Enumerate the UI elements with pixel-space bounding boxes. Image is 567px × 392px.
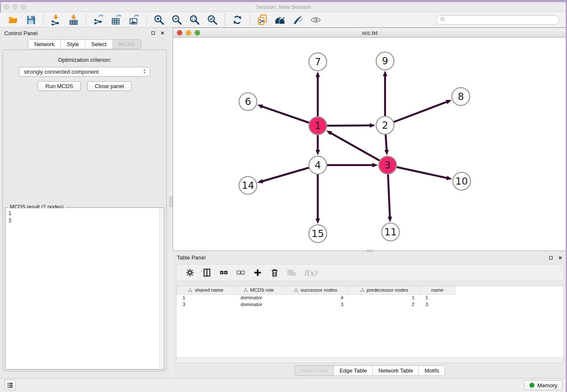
mcds-result-line: 1: [8, 210, 157, 217]
mcds-panel: Optimization criterion: strongly connect…: [3, 50, 167, 371]
cell[interactable]: dominator: [235, 294, 283, 301]
network-window-zoom-button[interactable]: [195, 30, 200, 36]
status-bar: Memory: [0, 378, 567, 392]
arrowhead: [446, 176, 452, 180]
export-image-icon[interactable]: [128, 14, 140, 26]
node-label-9: 9: [382, 55, 388, 66]
node-label-10: 10: [455, 176, 468, 187]
cell[interactable]: 1: [420, 294, 455, 301]
table-row[interactable]: 3dominator323: [177, 301, 564, 308]
memory-status-dot: [529, 383, 534, 388]
table-settings-icon[interactable]: [184, 266, 196, 279]
memory-button[interactable]: Memory: [524, 380, 562, 390]
cell[interactable]: 1: [349, 294, 420, 301]
zoom-in-icon[interactable]: [153, 14, 165, 26]
close-panel-button[interactable]: Close panel: [87, 81, 132, 91]
select-all-icon[interactable]: [217, 266, 230, 279]
table-panel: Table Panel f(x) shared nameMCDS rolesuc…: [173, 252, 567, 378]
close-table-panel-icon[interactable]: [557, 255, 563, 260]
network-window-titlebar[interactable]: scc.txt: [173, 28, 567, 38]
column-visibility-icon[interactable]: [201, 266, 213, 279]
float-panel-icon[interactable]: [150, 30, 156, 36]
toolbar-separator: [225, 14, 225, 26]
network-window-minimize-button[interactable]: [186, 30, 191, 36]
mcds-result-values[interactable]: 13: [6, 208, 159, 369]
column-header-successor-nodes[interactable]: successor nodes: [283, 286, 349, 294]
edge-3-1[interactable]: [330, 133, 388, 165]
cell[interactable]: 3: [283, 301, 349, 308]
search-input[interactable]: [448, 17, 556, 23]
tab-network[interactable]: Network: [28, 40, 61, 49]
column-header-shared-name[interactable]: shared name: [177, 286, 235, 294]
node-label-8: 8: [458, 91, 464, 102]
table-row[interactable]: 1dominator411: [177, 294, 564, 301]
deselect-all-icon[interactable]: [234, 266, 247, 279]
tab-network-table[interactable]: Network Table: [373, 366, 419, 375]
float-table-panel-icon[interactable]: [548, 255, 553, 260]
edge-2-8[interactable]: [385, 102, 447, 125]
network-window-close-button[interactable]: [177, 30, 182, 36]
network-canvas[interactable]: 7968124314101511: [173, 38, 566, 251]
toolbar-separator: [43, 14, 44, 26]
close-panel-icon[interactable]: [160, 30, 165, 36]
optimization-criterion-label: Optimization criterion:: [3, 57, 166, 63]
cell[interactable]: 2: [349, 301, 420, 308]
app-traffic-lights: [4, 4, 26, 10]
cell[interactable]: 3: [177, 301, 235, 308]
toolbar-separator: [146, 14, 147, 26]
optimization-criterion-select[interactable]: strongly connected component: [19, 67, 150, 77]
tab-node-table[interactable]: Node Table: [295, 366, 334, 375]
cell[interactable]: 1: [177, 294, 235, 301]
node-label-11: 11: [384, 226, 396, 237]
export-network-icon[interactable]: [92, 14, 105, 26]
app-zoom-button[interactable]: [21, 4, 26, 10]
column-header-MCDS-role[interactable]: MCDS role: [235, 286, 283, 294]
copy-network-icon[interactable]: [256, 14, 269, 26]
first-neighbors-icon[interactable]: [274, 14, 286, 26]
run-mcds-button[interactable]: Run MCDS: [38, 81, 81, 91]
column-header-predecessor-nodes[interactable]: predecessor nodes: [349, 286, 420, 294]
resize-grip[interactable]: [367, 250, 373, 252]
zoom-selected-icon[interactable]: [206, 14, 219, 26]
import-network-icon[interactable]: [50, 14, 62, 26]
column-header-filler: [455, 286, 564, 294]
node-label-1: 1: [315, 120, 321, 131]
tab-mcds[interactable]: MCDS: [113, 40, 141, 49]
cell[interactable]: dominator: [235, 301, 283, 308]
tab-motifs[interactable]: Motifs: [419, 366, 445, 375]
result-scrollbar[interactable]: [159, 208, 163, 369]
node-label-6: 6: [245, 96, 251, 107]
open-session-icon[interactable]: [7, 14, 19, 26]
tab-edge-table[interactable]: Edge Table: [334, 366, 373, 375]
tab-style[interactable]: Style: [61, 40, 85, 49]
delete-column-icon[interactable]: [268, 266, 281, 279]
app-close-button[interactable]: [4, 4, 9, 10]
app-minimize-button[interactable]: [12, 4, 18, 10]
arrowhead: [388, 217, 392, 222]
column-header-name[interactable]: name: [420, 286, 455, 294]
table-hscrollbar[interactable]: [176, 357, 564, 363]
tab-select[interactable]: Select: [85, 40, 113, 49]
zoom-fit-icon[interactable]: [188, 14, 201, 26]
zoom-out-icon[interactable]: [171, 14, 183, 26]
style-brush-icon[interactable]: [292, 14, 304, 26]
node-label-15: 15: [311, 228, 324, 239]
cell[interactable]: 3: [420, 301, 455, 308]
cell[interactable]: 4: [283, 294, 349, 301]
control-panel-tabs: NetworkStyleSelectMCDS: [28, 39, 141, 49]
export-table-icon[interactable]: [110, 14, 123, 26]
arrowhead: [257, 105, 263, 109]
cell-filler: [455, 301, 564, 308]
task-history-button[interactable]: [5, 380, 16, 391]
memory-label: Memory: [537, 382, 557, 389]
arrowhead: [385, 150, 389, 155]
import-table-icon[interactable]: [67, 14, 80, 26]
search-box[interactable]: [436, 15, 559, 25]
arrowhead: [316, 218, 320, 224]
refresh-layout-icon[interactable]: [231, 14, 244, 26]
save-session-icon[interactable]: [25, 14, 37, 26]
arrowhead: [370, 123, 375, 127]
add-column-icon[interactable]: [251, 266, 264, 279]
splitter-grip[interactable]: [169, 196, 173, 207]
network-window-controls: [177, 30, 200, 36]
